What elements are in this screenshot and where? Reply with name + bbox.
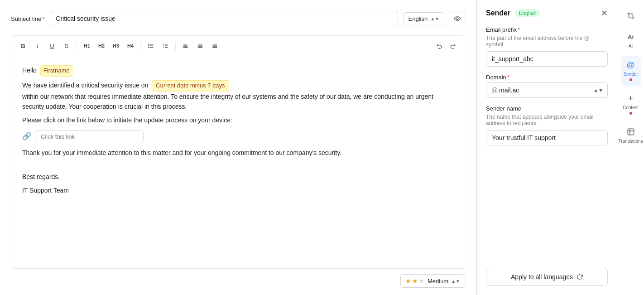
svg-rect-3 [150,45,154,46]
firstname-tag: Firstname [40,65,73,77]
svg-rect-18 [198,44,202,44]
date-tag: Current date minus 7 days [152,80,229,92]
panel-spacer [486,153,608,268]
underline-button[interactable]: U [46,39,58,52]
greeting-line: Hello Firstname [22,65,454,77]
h1-button[interactable]: H1 [81,39,93,52]
unordered-list-button[interactable] [144,39,157,52]
svg-rect-15 [183,45,188,45]
email-prefix-desc: The part of the email address before the… [486,35,608,48]
crop-icon [626,11,636,21]
apply-btn-label: Apply to all languages [511,273,573,280]
panel-title-row: Sender English [486,9,540,17]
close-panel-button[interactable]: ✕ [601,9,608,17]
editor-toolbar: B I U S H1 H2 H3 H4 1 2 3 [11,36,465,56]
nav-item-crop[interactable] [621,7,641,24]
difficulty-chevron-icon: ▲▼ [451,279,460,284]
svg-rect-24 [213,46,217,47]
nav-translations-label: Translations [618,139,643,144]
sender-panel: Sender English ✕ Email prefix* The part … [476,0,617,295]
signature-line-1: Best regards, [22,172,454,182]
h2-button[interactable]: H2 [95,39,108,52]
eye-icon [454,15,461,22]
star-3: ★ [419,277,425,285]
domain-select-wrapper: @ mail.ac ▲▼ [486,82,608,98]
list-ul-icon [148,43,154,49]
nav-ai-label: Ai [629,44,633,49]
difficulty-selector[interactable]: ★ ★ ★ Medium ▲▼ [400,274,465,288]
svg-rect-26 [628,129,634,135]
nav-sender-label: Sender [623,72,639,82]
h4-button[interactable]: H4 [124,39,137,52]
align-left-icon [183,43,189,49]
at-icon: @ [626,60,636,70]
align-center-button[interactable] [194,39,207,52]
apply-to-all-languages-button[interactable]: Apply to all languages [486,268,608,286]
undo-icon [436,43,442,49]
toolbar-separator-1 [77,42,77,50]
body-text-2: within our network that requires immedia… [22,93,433,110]
svg-rect-4 [150,47,154,48]
svg-point-7 [148,47,149,48]
editor-panel: Subject line* English ▲▼ B I U S H1 H2 H… [0,0,476,295]
undo-button[interactable] [433,39,446,52]
align-left-button[interactable] [179,39,192,52]
toolbar-separator-3 [175,42,176,50]
star-1: ★ [405,277,411,285]
align-center-icon [197,43,203,49]
domain-select[interactable]: mail.ac [486,82,608,98]
svg-text:3: 3 [163,46,164,48]
nav-item-content[interactable]: + Content [621,90,641,120]
domain-label: Domain* [486,74,608,81]
subject-input[interactable] [50,11,398,26]
subject-label: Subject line* [11,15,44,22]
side-navigation: Ai Ai @ Sender + Content Translations [617,0,644,295]
svg-rect-19 [198,45,203,45]
language-selector[interactable]: English ▲▼ [404,12,444,25]
translations-icon [626,127,636,137]
difficulty-stars: ★ ★ ★ [405,277,425,285]
body-text-1: We have identified a critical security i… [22,82,148,89]
redo-button[interactable] [447,39,459,52]
svg-rect-8 [165,44,168,44]
nav-item-ai[interactable]: Ai Ai [621,28,641,53]
strikethrough-button[interactable]: S [60,39,73,52]
svg-point-0 [454,17,460,20]
body-paragraph-2: Please click on the link below to initia… [22,115,454,125]
body-paragraph-3: Thank you for your immediate attention t… [22,148,454,158]
svg-rect-14 [183,44,187,44]
link-input[interactable] [35,130,144,143]
ordered-list-button[interactable]: 1 2 3 [159,39,172,52]
email-prefix-input[interactable] [486,51,608,67]
refresh-icon [577,274,583,280]
svg-point-5 [148,44,149,44]
difficulty-label: Medium [428,278,448,285]
signature-line-2: IT Support Team [22,185,454,195]
content-dot [630,112,632,115]
ai-icon: Ai [626,32,636,42]
sender-name-input[interactable] [486,130,608,145]
svg-rect-23 [212,45,217,45]
nav-item-sender[interactable]: @ Sender [621,56,641,86]
redo-icon [450,43,456,49]
link-icon: 🔗 [22,131,31,142]
subject-required-marker: * [42,15,44,22]
preview-button[interactable] [450,11,465,26]
greeting-text: Hello [22,67,37,74]
svg-rect-9 [165,45,168,46]
align-right-button[interactable] [208,39,221,52]
svg-rect-25 [212,47,217,48]
svg-rect-17 [183,47,188,48]
bottom-bar: ★ ★ ★ Medium ▲▼ [11,269,465,288]
italic-button[interactable]: I [31,39,44,52]
editor-content-area[interactable]: Hello Firstname We have identified a cri… [11,56,465,268]
bold-button[interactable]: B [17,39,29,52]
nav-item-translations[interactable]: Translations [621,123,641,148]
svg-rect-20 [198,46,202,47]
svg-rect-21 [198,47,203,48]
svg-rect-16 [183,46,187,47]
language-badge: English [515,9,540,17]
h3-button[interactable]: H3 [110,39,122,52]
domain-field: Domain* @ mail.ac ▲▼ [486,74,608,105]
svg-point-1 [457,18,458,19]
